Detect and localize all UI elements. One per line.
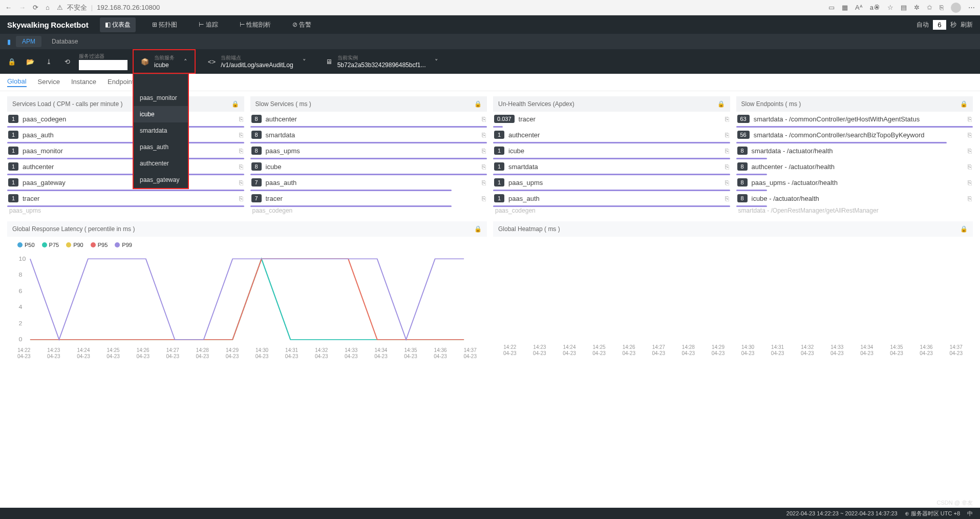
avatar[interactable]: [951, 3, 961, 13]
lock-icon[interactable]: 🔒: [960, 225, 968, 233]
x-tick: 14:2704-23: [652, 344, 665, 357]
nav-alarm[interactable]: ⊘ 告警: [287, 17, 316, 32]
x-tick: 14:3104-23: [285, 347, 299, 360]
refresh-icon[interactable]: ⟳: [33, 4, 38, 11]
nav-dashboard[interactable]: ◧ 仪表盘: [100, 17, 136, 32]
copy-icon[interactable]: ⎘: [482, 163, 486, 171]
copy-icon[interactable]: ⎘: [482, 147, 486, 155]
svg-text:8: 8: [18, 272, 22, 278]
copy-icon[interactable]: ⎘: [968, 179, 972, 186]
lock-icon[interactable]: 🔒: [474, 225, 482, 233]
dropdown-item[interactable]: smartdata: [134, 122, 188, 139]
refresh-button[interactable]: 刷新: [961, 20, 973, 29]
legend-item[interactable]: P95: [91, 242, 108, 248]
list-item: 8 smartdata - /actuator/health ⎘: [736, 143, 973, 156]
item-label: paas_auth: [508, 195, 721, 202]
value-badge: 1: [494, 162, 504, 171]
favorites-bar-icon[interactable]: ✩: [927, 4, 932, 11]
lock-icon[interactable]: 🔒: [717, 100, 725, 108]
qr-icon[interactable]: ▦: [842, 4, 848, 11]
dropdown-item[interactable]: paas_monitor: [134, 90, 188, 106]
list-item: 8 icube - /actuator/health ⎘: [736, 191, 973, 203]
x-tick: 14:3504-23: [890, 344, 903, 357]
value-badge: 1: [8, 162, 18, 171]
current-instance-selector[interactable]: 🖥 当前实例 5b72a2a53b32429896485bcf1... ˅: [318, 54, 446, 69]
service-filter-input[interactable]: [79, 60, 127, 70]
tab-database[interactable]: Database: [46, 36, 84, 47]
brand-sub: Rocketbot: [51, 20, 88, 29]
legend-item[interactable]: P90: [66, 242, 83, 248]
lock-icon[interactable]: 🔒: [474, 100, 482, 108]
subtab-service[interactable]: Service: [38, 78, 60, 87]
copy-icon[interactable]: ⎘: [968, 115, 972, 123]
copy-icon[interactable]: ⎘: [968, 195, 972, 202]
lock-icon[interactable]: 🔒: [231, 100, 239, 108]
value-badge: 8: [251, 147, 262, 155]
copy-icon[interactable]: ⎘: [725, 179, 729, 186]
extensions-icon[interactable]: ✲: [914, 4, 920, 11]
read-aloud-icon[interactable]: a֍: [870, 4, 880, 11]
value-badge: 8: [251, 115, 262, 123]
nav-trace[interactable]: ⊢ 追踪: [194, 17, 223, 32]
import-icon[interactable]: 📂: [24, 58, 37, 66]
copy-icon[interactable]: ⎘: [239, 147, 243, 155]
reload-icon[interactable]: ⟲: [60, 58, 74, 66]
more-icon[interactable]: ⋯: [968, 4, 975, 11]
copy-icon[interactable]: ⎘: [482, 195, 486, 202]
item-label: tracer: [266, 195, 478, 202]
lock-icon[interactable]: 🔒: [960, 100, 968, 108]
reader-icon[interactable]: ▭: [828, 4, 835, 11]
copy-icon[interactable]: ⎘: [482, 179, 486, 186]
copy-icon[interactable]: ⎘: [725, 163, 729, 171]
nav-topology[interactable]: ⊞ 拓扑图: [147, 17, 182, 32]
dropdown-item[interactable]: authcenter: [134, 155, 188, 172]
auto-label: 自动: [917, 20, 929, 29]
lock-icon[interactable]: 🔒: [5, 58, 18, 66]
subtab-global[interactable]: Global: [7, 77, 27, 87]
copy-icon[interactable]: ⎘: [239, 131, 243, 139]
copy-icon[interactable]: ⎘: [482, 131, 486, 139]
copy-icon[interactable]: ⎘: [725, 147, 729, 155]
chart-latency: Global Response Latency ( percentile in …: [7, 221, 487, 362]
x-tick: 14:2304-23: [47, 347, 60, 360]
hub-icon[interactable]: ⎘: [940, 4, 944, 11]
address-bar[interactable]: ⚠ 不安全 | 192.168.70.26:10800: [57, 3, 160, 12]
copy-icon[interactable]: ⎘: [725, 115, 729, 123]
dropdown-item[interactable]: paas_auth: [134, 139, 188, 155]
current-endpoint-selector[interactable]: <> 当前端点 /v1/auditLog/saveAuditLog ˅: [201, 54, 313, 69]
copy-icon[interactable]: ⎘: [725, 195, 729, 202]
legend-item[interactable]: P50: [17, 242, 35, 248]
text-size-icon[interactable]: Aᴬ: [855, 4, 863, 11]
current-service-selector[interactable]: 📦 当前服务 icube ˄ paas_monitoricubesmartdat…: [133, 49, 196, 74]
copy-icon[interactable]: ⎘: [482, 115, 486, 123]
value-badge: 7: [251, 194, 262, 202]
forward-icon[interactable]: →: [19, 4, 26, 11]
subtab-instance[interactable]: Instance: [71, 78, 96, 87]
copy-icon[interactable]: ⎘: [968, 131, 972, 139]
copy-icon[interactable]: ⎘: [968, 147, 972, 155]
copy-icon[interactable]: ⎘: [725, 131, 729, 139]
legend-item[interactable]: P75: [42, 242, 59, 248]
copy-icon[interactable]: ⎘: [239, 163, 243, 171]
back-icon[interactable]: ←: [5, 4, 12, 11]
tab-apm[interactable]: APM: [16, 36, 41, 47]
favorite-icon[interactable]: ☆: [887, 4, 893, 11]
chart-title: Global Heatmap ( ms ): [498, 225, 560, 233]
dropdown-search[interactable]: [134, 74, 188, 90]
export-icon[interactable]: ⤓: [42, 58, 55, 66]
collections-icon[interactable]: ▤: [901, 4, 907, 11]
copy-icon[interactable]: ⎘: [239, 179, 243, 186]
copy-icon[interactable]: ⎘: [239, 195, 243, 202]
interval-input[interactable]: [933, 20, 946, 30]
dropdown-item[interactable]: paas_gateway: [134, 172, 188, 188]
legend-item[interactable]: P99: [115, 242, 132, 248]
copy-icon[interactable]: ⎘: [239, 115, 243, 123]
nav-profile[interactable]: ⊢ 性能剖析: [235, 17, 276, 32]
chart-title: Global Response Latency ( percentile in …: [12, 225, 135, 233]
dropdown-item[interactable]: icube: [134, 106, 188, 122]
chart-x-axis: 14:2204-2314:2304-2314:2404-2314:2504-23…: [7, 345, 487, 362]
copy-icon[interactable]: ⎘: [968, 163, 972, 171]
list-item: 1 smartdata ⎘: [493, 159, 730, 172]
home-icon[interactable]: ⌂: [46, 4, 50, 11]
subtab-endpoint[interactable]: Endpoint: [108, 78, 134, 87]
